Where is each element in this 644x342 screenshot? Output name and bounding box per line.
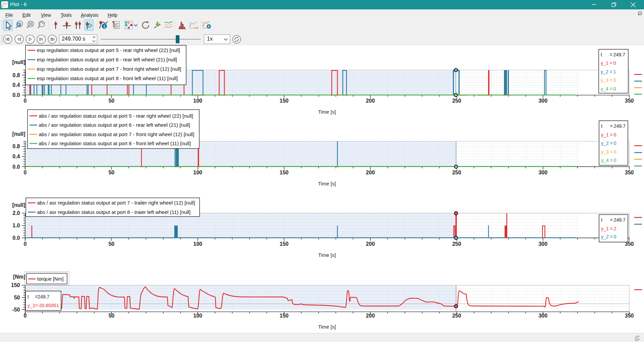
svg-text:=: =: [610, 158, 613, 163]
svg-text:150: 150: [280, 98, 289, 104]
svg-text:torque [Nm]: torque [Nm]: [37, 276, 63, 282]
svg-text:50: 50: [14, 295, 20, 300]
svg-text:50: 50: [108, 170, 114, 175]
svg-text:[null]: [null]: [12, 202, 25, 208]
svg-text:t: t: [601, 52, 602, 57]
svg-text:y_2: y_2: [601, 140, 609, 146]
svg-text:t: t: [28, 294, 29, 299]
svg-text:0: 0: [614, 234, 616, 239]
svg-text:0: 0: [24, 170, 27, 175]
svg-text:0: 0: [614, 132, 616, 137]
svg-text:150: 150: [280, 313, 289, 319]
svg-text:50: 50: [108, 241, 114, 247]
svg-text:1.0: 1.0: [12, 223, 20, 228]
svg-text:abs / asr regulation status ou: abs / asr regulation status output at po…: [39, 113, 193, 119]
svg-text:abs / asr regulation status ou: abs / asr regulation status output at po…: [37, 209, 191, 215]
svg-text:esp regulation status output a: esp regulation status output at port 6 -…: [37, 57, 177, 62]
svg-text:0: 0: [24, 241, 27, 247]
svg-text:=: =: [610, 69, 612, 74]
svg-text:y_1: y_1: [601, 226, 609, 231]
svg-text:200: 200: [366, 170, 375, 175]
svg-text:y_3: y_3: [601, 77, 608, 83]
svg-text:50: 50: [108, 98, 114, 104]
svg-text:150: 150: [11, 282, 20, 288]
svg-text:100: 100: [193, 170, 202, 175]
svg-text:0: 0: [614, 158, 616, 163]
svg-text:[null]: [null]: [12, 131, 25, 137]
svg-text:0.0: 0.0: [12, 235, 20, 241]
svg-text:esp regulation status output a: esp regulation status output at port 7 -…: [37, 66, 181, 72]
svg-text:100: 100: [193, 241, 202, 247]
svg-text:300: 300: [538, 241, 547, 247]
svg-text:[Nm]: [Nm]: [13, 274, 25, 280]
svg-text:300: 300: [538, 98, 547, 104]
svg-text:abs / asr regulation status ou: abs / asr regulation status output at po…: [37, 200, 195, 206]
svg-text:350: 350: [625, 313, 634, 319]
svg-text:=: =: [610, 234, 613, 239]
svg-text:Time [s]: Time [s]: [318, 109, 336, 115]
svg-text:y_2: y_2: [601, 69, 608, 74]
svg-text:0.4: 0.4: [12, 82, 20, 88]
svg-text:-50: -50: [12, 307, 20, 312]
svg-text:=: =: [610, 60, 612, 66]
svg-text:=: =: [610, 123, 613, 129]
svg-text:249.7: 249.7: [614, 123, 626, 129]
svg-text:-20.65051: -20.65051: [38, 303, 59, 308]
svg-text:250: 250: [452, 170, 461, 175]
svg-text:249.7: 249.7: [613, 52, 626, 57]
svg-text:200: 200: [366, 241, 375, 247]
svg-text:2: 2: [614, 226, 616, 231]
svg-text:Time [s]: Time [s]: [318, 252, 336, 258]
svg-text:Time [s]: Time [s]: [318, 181, 336, 186]
svg-text:150: 150: [280, 170, 289, 175]
svg-text:y_1: y_1: [601, 60, 608, 66]
svg-text:200: 200: [366, 313, 375, 319]
svg-text:=: =: [610, 77, 612, 83]
svg-text:=: =: [610, 226, 613, 231]
svg-text:100: 100: [193, 98, 202, 104]
svg-text:=: =: [610, 52, 612, 57]
svg-text:0: 0: [614, 149, 616, 155]
svg-text:249.7: 249.7: [614, 217, 626, 223]
svg-text:=: =: [610, 86, 612, 92]
svg-text:y_4: y_4: [601, 86, 608, 92]
svg-text:esp regulation status output a: esp regulation status output at port 8 -…: [37, 75, 178, 81]
svg-text:esp regulation status output a: esp regulation status output at port 5 -…: [37, 47, 180, 53]
svg-text:=: =: [610, 149, 613, 155]
svg-text:350: 350: [625, 98, 634, 104]
svg-text:0.4: 0.4: [12, 154, 20, 159]
svg-text:0: 0: [614, 140, 616, 146]
svg-text:abs / asr regulation status ou: abs / asr regulation status output at po…: [39, 140, 191, 146]
svg-text:Time [s]: Time [s]: [318, 324, 336, 330]
svg-text:t: t: [601, 123, 602, 129]
svg-text:0.0: 0.0: [12, 92, 20, 98]
svg-text:1: 1: [613, 69, 616, 74]
svg-text:=: =: [610, 217, 613, 223]
svg-text:200: 200: [366, 98, 375, 104]
svg-text:y_3: y_3: [601, 149, 609, 155]
svg-text:y_4: y_4: [601, 158, 609, 163]
svg-text:250: 250: [452, 98, 461, 104]
svg-text:0: 0: [613, 77, 616, 83]
svg-text:y_1: y_1: [28, 303, 35, 308]
svg-text:0: 0: [24, 98, 27, 104]
svg-text:y_2: y_2: [601, 234, 609, 239]
svg-text:300: 300: [538, 170, 547, 175]
svg-text:249.7: 249.7: [38, 294, 50, 299]
svg-text:300: 300: [538, 313, 547, 319]
svg-text:y_1: y_1: [601, 132, 609, 137]
svg-text:0: 0: [613, 60, 616, 66]
svg-text:[null]: [null]: [12, 59, 25, 65]
svg-text:=: =: [610, 140, 613, 146]
svg-text:abs / asr regulation status ou: abs / asr regulation status output at po…: [39, 122, 190, 128]
svg-text:0.8: 0.8: [12, 144, 20, 149]
svg-text:350: 350: [625, 170, 634, 175]
svg-text:250: 250: [452, 313, 461, 319]
svg-text:=: =: [610, 132, 613, 137]
svg-text:250: 250: [452, 241, 461, 247]
svg-text:0: 0: [613, 86, 616, 92]
svg-text:150: 150: [280, 241, 289, 247]
svg-text:50: 50: [108, 313, 114, 319]
svg-text:100: 100: [193, 313, 202, 319]
svg-text:abs / asr regulation status ou: abs / asr regulation status output at po…: [39, 131, 195, 137]
